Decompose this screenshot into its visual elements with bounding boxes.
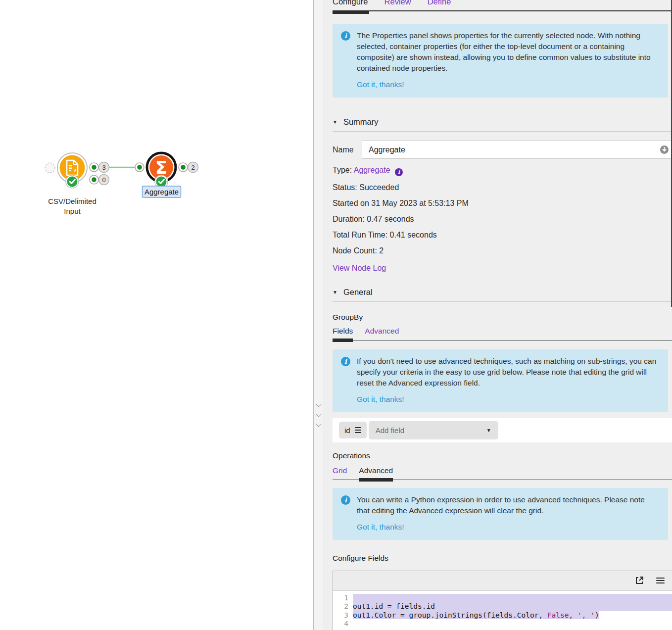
operations-label: Operations xyxy=(333,451,672,460)
got-it-link[interactable]: Got it, thanks! xyxy=(357,394,404,405)
status-row: Status: Succeeded xyxy=(333,183,672,192)
splitter-grip-icon xyxy=(316,411,321,417)
open-external-icon[interactable] xyxy=(635,576,644,585)
info-box-properties: i The Properties panel shows properties … xyxy=(333,24,668,97)
groupby-tabbar: Fields Advanced xyxy=(333,327,672,340)
panel-splitter[interactable] xyxy=(313,0,324,630)
field-chip-label: id xyxy=(344,426,350,435)
svg-text:,: , xyxy=(74,164,77,172)
tab-groupby-fields[interactable]: Fields xyxy=(333,327,353,336)
code-line-2[interactable]: out1.id = fields.id xyxy=(353,602,672,611)
type-info-icon[interactable]: i xyxy=(395,168,403,176)
aggregate-output-port[interactable] xyxy=(179,163,188,172)
node-caption-line2: Input xyxy=(64,207,81,215)
total-run-time-row: Total Run Time: 0.41 seconds xyxy=(333,231,672,240)
section-summary[interactable]: ▼ Summary xyxy=(333,117,672,132)
empty-input-port[interactable] xyxy=(45,163,55,173)
tab-configure[interactable]: Configure xyxy=(333,0,368,11)
configure-fields-label: Configure Fields xyxy=(333,554,672,563)
field-chip-id[interactable]: id xyxy=(339,422,367,438)
node-count-row: Node Count: 2 xyxy=(333,246,672,255)
section-title: Summary xyxy=(343,117,379,127)
editor-toolbar xyxy=(333,571,672,591)
tab-define[interactable]: Define xyxy=(428,0,451,11)
name-label: Name xyxy=(333,145,362,154)
section-general[interactable]: ▼ General xyxy=(333,288,672,302)
csv-output-port-bottom[interactable] xyxy=(90,175,98,184)
revert-name-icon[interactable] xyxy=(660,145,669,154)
flow-graph: , 3 0 xyxy=(40,146,208,220)
type-label: Type: xyxy=(333,166,352,174)
drag-handle-icon xyxy=(355,427,361,433)
info-icon: i xyxy=(341,357,350,366)
splitter-grip-icon xyxy=(316,401,321,407)
got-it-link[interactable]: Got it, thanks! xyxy=(357,79,404,90)
flow-canvas[interactable]: , 3 0 xyxy=(0,0,313,630)
got-it-link[interactable]: Got it, thanks! xyxy=(357,522,404,533)
type-row: Type: Aggregate i xyxy=(333,166,672,176)
tab-operations-grid[interactable]: Grid xyxy=(333,466,347,475)
code-area[interactable]: out1.id = fields.id out1.Color = group.j… xyxy=(353,594,672,630)
view-node-log-link[interactable]: View Node Log xyxy=(333,264,672,273)
collapse-caret-icon: ▼ xyxy=(333,290,337,295)
groupby-label: GroupBy xyxy=(333,313,672,322)
info-text: The Properties panel shows properties fo… xyxy=(357,30,659,74)
code-line-3[interactable]: out1.Color = group.joinStrings(fields.Co… xyxy=(353,611,672,620)
svg-text:Aggregate: Aggregate xyxy=(144,188,179,196)
info-icon: i xyxy=(341,31,350,41)
code-line-1[interactable] xyxy=(353,594,672,603)
node-csv-delimited-input[interactable]: , xyxy=(57,153,87,188)
name-row: Name xyxy=(333,141,672,159)
operations-tabbar: Grid Advanced xyxy=(333,466,672,480)
info-text: If you don't need to use advanced techni… xyxy=(357,356,659,388)
type-link[interactable]: Aggregate xyxy=(354,166,390,174)
node-label-aggregate[interactable]: Aggregate xyxy=(143,186,181,197)
aggregate-input-port[interactable] xyxy=(135,163,144,172)
add-field-placeholder: Add field xyxy=(376,426,404,435)
node-caption-line1: CSV/Delimited xyxy=(48,197,96,205)
svg-text:0: 0 xyxy=(102,176,105,184)
started-row: Started on 31 May 2023 at 5:53:13 PM xyxy=(333,199,672,208)
info-box-python: i You can write a Python expression in o… xyxy=(333,488,668,540)
duration-row: Duration: 0.47 seconds xyxy=(333,215,672,224)
add-field-dropdown[interactable]: Add field ▼ xyxy=(369,421,498,439)
app-window: , 3 0 xyxy=(0,0,672,630)
sigma-icon: Σ xyxy=(155,157,168,178)
svg-text:2: 2 xyxy=(191,164,194,171)
info-box-grid: i If you don't need to use advanced tech… xyxy=(333,349,668,412)
aggregate-output-badge[interactable]: 2 xyxy=(188,162,198,173)
info-text: You can write a Python expression in ord… xyxy=(357,494,659,516)
tab-groupby-advanced[interactable]: Advanced xyxy=(365,327,399,336)
success-check-badge xyxy=(66,175,79,188)
svg-text:3: 3 xyxy=(102,164,105,171)
csv-output-badge-top[interactable]: 3 xyxy=(99,162,109,173)
editor-body[interactable]: 1 2 3 4 5 out1.id = fields.id out1.Color… xyxy=(333,591,672,630)
properties-panel: Configure Review Define i The Properties… xyxy=(324,0,672,630)
chevron-down-icon: ▼ xyxy=(486,428,491,433)
splitter-grip-icon xyxy=(316,421,321,427)
section-title: General xyxy=(343,288,373,297)
tab-operations-advanced[interactable]: Advanced xyxy=(359,466,393,475)
node-aggregate[interactable]: Σ xyxy=(147,153,176,188)
expression-editor: 1 2 3 4 5 out1.id = fields.id out1.Color… xyxy=(333,571,672,630)
properties-tabbar: Configure Review Define xyxy=(333,0,672,11)
info-icon: i xyxy=(341,495,350,505)
name-input[interactable] xyxy=(362,141,672,159)
code-line-4[interactable] xyxy=(353,620,672,629)
csv-output-badge-bottom[interactable]: 0 xyxy=(99,175,109,185)
line-number-gutter: 1 2 3 4 5 xyxy=(333,594,353,630)
collapse-caret-icon: ▼ xyxy=(333,119,337,125)
csv-output-port-top[interactable] xyxy=(90,163,98,172)
groupby-field-strip: id Add field ▼ xyxy=(333,418,672,442)
tab-review[interactable]: Review xyxy=(384,0,411,11)
editor-menu-icon[interactable] xyxy=(656,578,665,584)
